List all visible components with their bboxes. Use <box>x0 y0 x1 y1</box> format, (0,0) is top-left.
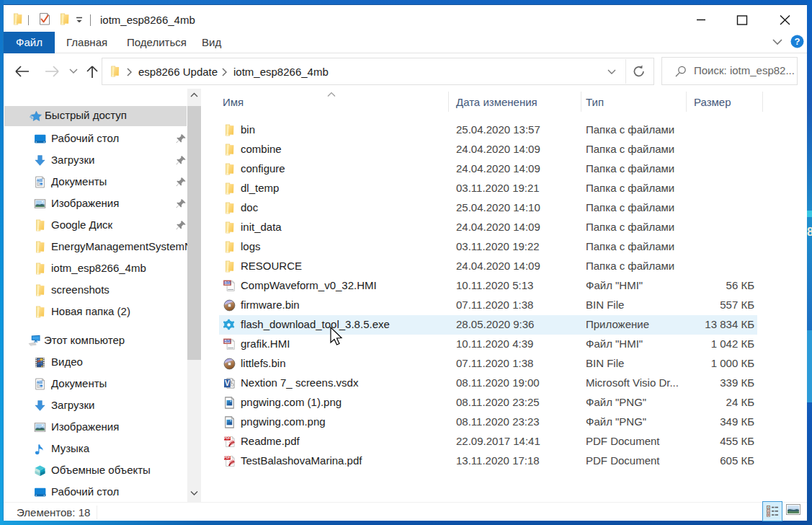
svg-text:?: ? <box>795 36 800 47</box>
